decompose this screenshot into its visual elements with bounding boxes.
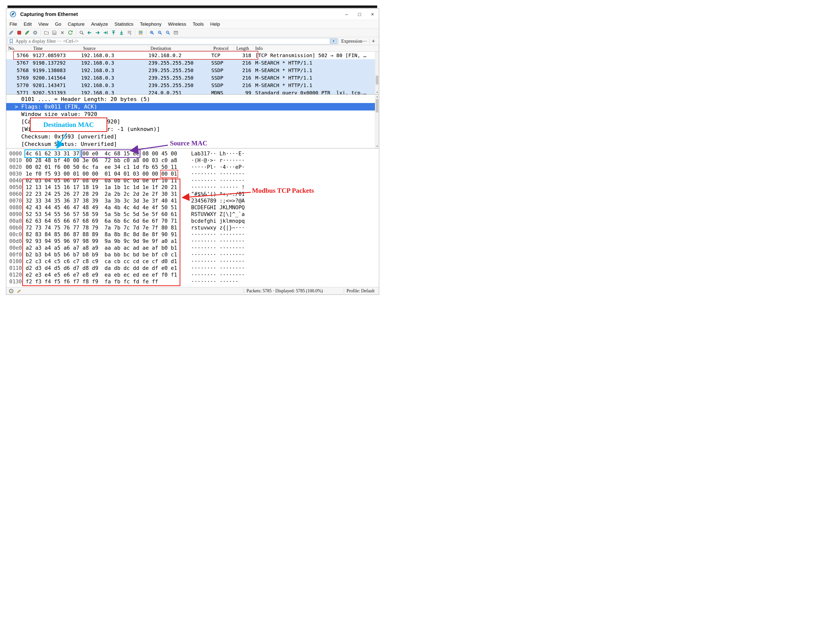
menu-help[interactable]: Help: [207, 21, 223, 27]
cell-source: 192.168.0.3: [81, 59, 149, 67]
hex-offset: 0020: [9, 164, 23, 170]
cell-length: 216: [234, 74, 253, 81]
packet-row-5771[interactable]: 57719202.531393192.168.0.3224.0.0.251MDN…: [6, 89, 379, 95]
go-to-packet-icon[interactable]: [102, 29, 109, 36]
maximize-button[interactable]: □: [353, 11, 366, 17]
detail-line[interactable]: 0101 .... = Header Length: 20 bytes (5): [6, 95, 379, 103]
hex-bytes: 22 23 24 25 26 27 28 29 2a 2b 2c 2d 2e 2…: [26, 191, 177, 197]
packet-row-5766[interactable]: 57669127.085973192.168.0.3192.168.0.2TCP…: [6, 52, 379, 59]
menu-tools[interactable]: Tools: [189, 21, 207, 27]
hex-row-0040[interactable]: 004002 03 04 05 06 07 08 09 0a 0b 0c 0d …: [6, 177, 379, 184]
hex-row-0090[interactable]: 009052 53 54 55 56 57 58 59 5a 5b 5c 5d …: [6, 211, 379, 218]
detail-line[interactable]: Checksum: 0xf593 [unverified]: [6, 133, 379, 140]
scroll-down-arrow[interactable]: ▼: [375, 90, 379, 94]
colorize-icon[interactable]: [137, 29, 144, 36]
menu-telephony[interactable]: Telephony: [137, 21, 165, 27]
menu-file[interactable]: File: [6, 21, 20, 27]
detail-line-flags-selected[interactable]: >Flags: 0x011 (FIN, ACK): [6, 103, 379, 110]
column-header-source[interactable]: Source: [81, 45, 149, 51]
start-capture-icon[interactable]: [8, 29, 15, 36]
hex-row-0030[interactable]: 00301e f0 f5 93 00 01 00 00 01 04 01 03 …: [6, 170, 379, 177]
hex-row-0060[interactable]: 006022 23 24 25 26 27 28 29 2a 2b 2c 2d …: [6, 191, 379, 198]
scrollbar-thumb[interactable]: [376, 75, 379, 84]
column-header-destination[interactable]: Destination: [149, 45, 211, 51]
find-packet-icon[interactable]: [78, 29, 85, 36]
hex-row-0010[interactable]: 001000 28 48 bf 40 00 3e 06 72 bb c0 a8 …: [6, 157, 379, 164]
minimize-button[interactable]: –: [340, 11, 353, 17]
expander-icon[interactable]: >: [15, 103, 18, 110]
cell-destination: 239.255.255.250: [149, 59, 211, 67]
menu-view[interactable]: View: [35, 21, 52, 27]
go-back-icon[interactable]: [86, 29, 93, 36]
display-filter-input[interactable]: [15, 38, 330, 44]
menu-wireless[interactable]: Wireless: [165, 21, 189, 27]
bookmark-icon[interactable]: [9, 39, 14, 44]
reload-icon[interactable]: [67, 29, 74, 36]
menu-statistics[interactable]: Statistics: [111, 21, 137, 27]
hex-row-0130[interactable]: 0130f2 f3 f4 f5 f6 f7 f8 f9 fa fb fc fd …: [6, 278, 379, 285]
hex-offset: 0030: [9, 170, 23, 177]
hex-row-0080[interactable]: 008042 43 44 45 46 47 48 49 4a 4b 4c 4d …: [6, 204, 379, 211]
save-file-icon[interactable]: [51, 29, 58, 36]
expression-button[interactable]: Expression⋯: [338, 38, 370, 44]
hex-row-00e0[interactable]: 00e0a2 a3 a4 a5 a6 a7 a8 a9 aa ab ac ad …: [6, 245, 379, 251]
column-header-no[interactable]: No.: [6, 45, 31, 51]
menu-analyze[interactable]: Analyze: [88, 21, 111, 27]
hex-ascii: bcdefghi jklmnopq: [191, 218, 245, 224]
hex-row-0110[interactable]: 0110d2 d3 d4 d5 d6 d7 d8 d9 da db dc dd …: [6, 265, 379, 271]
menu-go[interactable]: Go: [52, 21, 64, 27]
go-forward-icon[interactable]: [94, 29, 101, 36]
cell-destination: 239.255.255.250: [149, 67, 211, 74]
hex-row-00a0[interactable]: 00a062 63 64 65 66 67 68 69 6a 6b 6c 6d …: [6, 218, 379, 224]
zoom-in-icon[interactable]: [149, 29, 155, 36]
close-file-icon[interactable]: [59, 29, 66, 36]
close-button[interactable]: ×: [366, 11, 379, 17]
hex-row-0070[interactable]: 007032 33 34 35 36 37 38 39 3a 3b 3c 3d …: [6, 198, 379, 204]
hex-row-0100[interactable]: 0100c2 c3 c4 c5 c6 c7 c8 c9 ca cb cc cd …: [6, 258, 379, 265]
open-file-icon[interactable]: [43, 29, 50, 36]
add-filter-button[interactable]: +: [370, 38, 377, 44]
filter-dropdown-button[interactable]: ▾: [330, 39, 337, 44]
profile-label[interactable]: Profile: Default: [347, 288, 379, 294]
hex-row-0050[interactable]: 005012 13 14 15 16 17 18 19 1a 1b 1c 1d …: [6, 184, 379, 191]
hex-row-0020[interactable]: 002000 02 01 f6 00 50 6c fa ee 34 c1 1d …: [6, 164, 379, 170]
title-bar: Capturing from Ethernet – □ ×: [6, 9, 379, 20]
column-header-info[interactable]: Info: [253, 45, 379, 51]
menu-capture[interactable]: Capture: [64, 21, 88, 27]
column-header-protocol[interactable]: Protocol: [211, 45, 234, 51]
packet-row-5767[interactable]: 57679198.137292192.168.0.3239.255.255.25…: [6, 59, 379, 67]
column-header-length[interactable]: Length: [234, 45, 253, 51]
packet-row-5770[interactable]: 57709201.143471192.168.0.3239.255.255.25…: [6, 81, 379, 89]
packet-row-5768[interactable]: 57689199.138083192.168.0.3239.255.255.25…: [6, 67, 379, 74]
go-last-icon[interactable]: [118, 29, 125, 36]
hex-row-00d0[interactable]: 00d092 93 94 95 96 97 98 99 9a 9b 9c 9d …: [6, 238, 379, 245]
scroll-down-arrow[interactable]: ▼: [375, 144, 379, 148]
capture-status-icon[interactable]: [8, 288, 14, 294]
hex-row-0000[interactable]: 00004c 61 62 33 31 37 00 e0 4c 68 15 ee …: [6, 150, 379, 157]
detail-line[interactable]: [Calculated window size: 7920]: [6, 118, 379, 126]
hex-row-0120[interactable]: 0120e2 e3 e4 e5 e6 e7 e8 e9 ea eb ec ed …: [6, 271, 379, 278]
resize-columns-icon[interactable]: [172, 29, 179, 36]
packet-row-5769[interactable]: 57699200.141564192.168.0.3239.255.255.25…: [6, 74, 379, 81]
auto-scroll-icon[interactable]: [126, 29, 133, 36]
hex-offset: 00d0: [9, 238, 23, 245]
cell-destination: 239.255.255.250: [149, 81, 211, 89]
column-header-time[interactable]: Time: [31, 45, 81, 51]
scroll-up-arrow[interactable]: ▲: [375, 95, 379, 98]
zoom-original-icon[interactable]: [164, 29, 171, 36]
hex-row-00c0[interactable]: 00c082 83 84 85 86 87 88 89 8a 8b 8c 8d …: [6, 231, 379, 238]
go-first-icon[interactable]: [110, 29, 117, 36]
stop-capture-icon[interactable]: [16, 29, 23, 36]
detail-line[interactable]: [Checksum Status: Unverified]: [6, 140, 379, 148]
menu-edit[interactable]: Edit: [20, 21, 35, 27]
detail-line[interactable]: [Window size scaling factor: -1 (unknown…: [6, 126, 379, 133]
hex-row-00b0[interactable]: 00b072 73 74 75 76 77 78 79 7a 7b 7c 7d …: [6, 224, 379, 231]
capture-comment-icon[interactable]: [16, 288, 22, 294]
cell-no: 5771: [6, 89, 31, 95]
detail-line[interactable]: Window size value: 7920: [6, 110, 379, 118]
zoom-out-icon[interactable]: [156, 29, 163, 36]
capture-options-icon[interactable]: [32, 29, 39, 36]
hex-row-00f0[interactable]: 00f0b2 b3 b4 b5 b6 b7 b8 b9 ba bb bc bd …: [6, 251, 379, 258]
scrollbar-thumb[interactable]: [376, 99, 379, 112]
restart-capture-icon[interactable]: [24, 29, 31, 36]
